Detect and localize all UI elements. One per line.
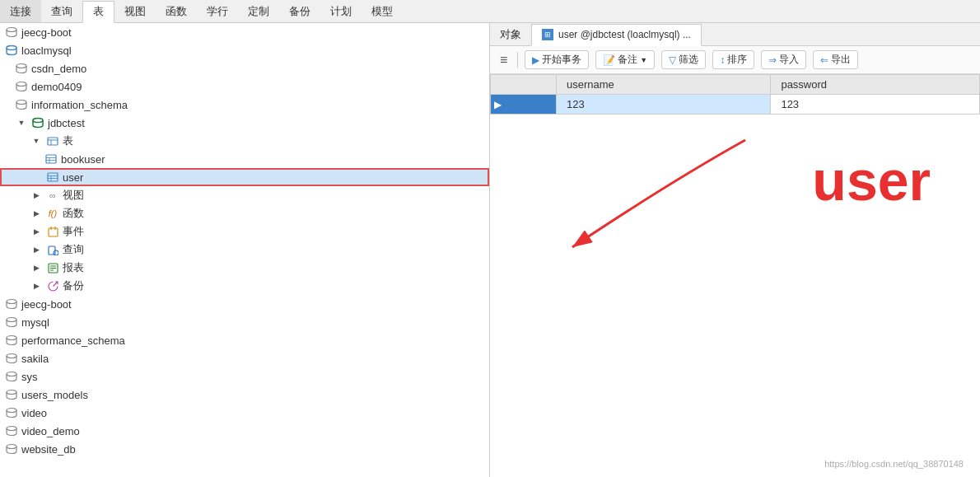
sidebar-label: 视图 bbox=[63, 188, 84, 203]
note-label: 备注 bbox=[618, 53, 637, 67]
sidebar-item-jeecg-boot-1[interactable]: jeecg-boot bbox=[0, 23, 489, 41]
begin-transaction-button[interactable]: ▶ 开始事务 bbox=[525, 50, 589, 69]
sidebar-item-sakila[interactable]: sakila bbox=[0, 349, 489, 367]
svg-point-27 bbox=[7, 300, 16, 304]
db-icon bbox=[5, 334, 18, 347]
nav-plan[interactable]: 计划 bbox=[320, 0, 362, 22]
expand-icon: ▶ bbox=[30, 261, 43, 274]
sidebar-item-tables-group[interactable]: ▼ 表 bbox=[0, 132, 489, 150]
nav-query[interactable]: 查询 bbox=[41, 0, 82, 22]
db-icon bbox=[5, 297, 18, 311]
sidebar-item-performance-schema[interactable]: performance_schema bbox=[0, 331, 489, 349]
sidebar-item-demo0409[interactable]: demo0409 bbox=[0, 77, 489, 96]
sidebar-item-information-schema[interactable]: information_schema bbox=[0, 96, 489, 114]
main-layout: jeecg-boot loaclmysql csdn_demo demo0409 bbox=[0, 23, 980, 477]
nav-schedule[interactable]: 学行 bbox=[197, 0, 238, 22]
sidebar-label: loaclmysql bbox=[21, 44, 72, 57]
db-icon bbox=[5, 424, 18, 437]
sidebar-label: 查询 bbox=[63, 242, 84, 257]
sidebar-item-events-group[interactable]: ▶ 事件 bbox=[0, 222, 489, 241]
svg-point-30 bbox=[7, 354, 16, 358]
sidebar-label: sakila bbox=[21, 353, 49, 365]
sidebar-label: 表 bbox=[63, 133, 73, 148]
filter-icon: ▽ bbox=[669, 54, 676, 66]
filter-button[interactable]: ▽ 筛选 bbox=[661, 50, 706, 69]
sidebar-label: sys bbox=[21, 371, 38, 383]
svg-point-33 bbox=[7, 409, 16, 413]
db-icon bbox=[5, 406, 18, 419]
nav-connect[interactable]: 连接 bbox=[0, 0, 41, 22]
sidebar-item-mysql[interactable]: mysql bbox=[0, 313, 489, 331]
cell-password[interactable]: 123 bbox=[771, 95, 980, 115]
menu-icon[interactable]: ≡ bbox=[497, 51, 511, 69]
import-button[interactable]: ⇒ 导入 bbox=[761, 50, 806, 69]
nav-function[interactable]: 函数 bbox=[156, 0, 197, 22]
sidebar-label: 函数 bbox=[63, 206, 84, 221]
table-row[interactable]: ▶ 123 123 bbox=[491, 95, 980, 115]
sidebar-label: video bbox=[21, 407, 47, 419]
sidebar-label: mysql bbox=[21, 316, 49, 329]
svg-point-5 bbox=[33, 119, 43, 123]
sidebar-item-jeecg-boot-2[interactable]: jeecg-boot bbox=[0, 295, 489, 313]
table-icon bbox=[44, 152, 58, 166]
nav-backup[interactable]: 备份 bbox=[279, 0, 320, 22]
svg-point-3 bbox=[16, 82, 26, 87]
sidebar-item-video[interactable]: video bbox=[0, 404, 489, 422]
nav-table[interactable]: 表 bbox=[82, 1, 114, 23]
db-icon bbox=[15, 62, 28, 75]
sidebar-item-csdn-demo[interactable]: csdn_demo bbox=[0, 59, 489, 77]
note-button[interactable]: 📝 备注 ▼ bbox=[595, 50, 655, 69]
expand-icon: ▶ bbox=[30, 243, 43, 256]
sidebar-label: 事件 bbox=[63, 224, 84, 239]
table-tab-icon: ⊞ bbox=[542, 29, 553, 40]
export-icon: ⇐ bbox=[820, 54, 828, 66]
svg-point-0 bbox=[7, 28, 16, 32]
sidebar-label: performance_schema bbox=[21, 334, 125, 347]
cell-username[interactable]: 123 bbox=[557, 95, 771, 115]
tab-label: user @jdbctest (loaclmysql) ... bbox=[558, 29, 691, 40]
sidebar-item-jdbctest[interactable]: ▼ jdbctest bbox=[0, 114, 489, 132]
tab-table-view[interactable]: ⊞ user @jdbctest (loaclmysql) ... bbox=[531, 24, 702, 46]
sidebar-item-users-models[interactable]: users_models bbox=[0, 386, 489, 404]
sidebar: jeecg-boot loaclmysql csdn_demo demo0409 bbox=[0, 23, 490, 477]
sidebar-item-queries-group[interactable]: ▶ 查询 bbox=[0, 241, 489, 259]
content-area: username password ▶ 123 123 user bbox=[490, 74, 980, 477]
sidebar-item-user[interactable]: user bbox=[0, 168, 489, 186]
sidebar-label: video_demo bbox=[21, 425, 80, 437]
right-panel: 对象 ⊞ user @jdbctest (loaclmysql) ... ≡ ▶… bbox=[490, 23, 980, 477]
watermark: https://blog.csdn.net/qq_38870148 bbox=[824, 459, 964, 469]
sidebar-item-website-db[interactable]: website_db bbox=[0, 440, 489, 458]
svg-point-31 bbox=[7, 372, 16, 376]
sidebar-item-reports-group[interactable]: ▶ 报表 bbox=[0, 259, 489, 277]
sidebar-item-funcs-group[interactable]: ▶ f() 函数 bbox=[0, 204, 489, 222]
sidebar-item-loaclmysql[interactable]: loaclmysql bbox=[0, 41, 489, 59]
nav-custom[interactable]: 定制 bbox=[238, 0, 279, 22]
begin-transaction-label: 开始事务 bbox=[542, 53, 581, 67]
col-password: password bbox=[771, 75, 980, 95]
sort-button[interactable]: ↕ 排序 bbox=[712, 50, 754, 69]
svg-point-1 bbox=[7, 46, 16, 50]
svg-rect-6 bbox=[48, 138, 58, 145]
toolbar: ≡ ▶ 开始事务 📝 备注 ▼ ▽ 筛选 ↕ 排序 ⇒ 导入 bbox=[490, 46, 980, 74]
sidebar-label: bookuser bbox=[61, 153, 105, 166]
sidebar-item-sys[interactable]: sys bbox=[0, 367, 489, 386]
sidebar-item-video-demo[interactable]: video_demo bbox=[0, 422, 489, 440]
note-dropdown-icon: ▼ bbox=[640, 56, 647, 64]
db-icon bbox=[5, 316, 18, 329]
expand-icon: ▶ bbox=[30, 225, 43, 238]
sidebar-label: information_schema bbox=[31, 99, 128, 111]
nav-view[interactable]: 视图 bbox=[114, 0, 156, 22]
sidebar-label: jdbctest bbox=[48, 117, 85, 129]
nav-model[interactable]: 模型 bbox=[362, 0, 403, 22]
sidebar-item-bookuser[interactable]: bookuser bbox=[0, 150, 489, 168]
col-username: username bbox=[557, 75, 771, 95]
sidebar-item-backups-group[interactable]: ▶ 备份 bbox=[0, 277, 489, 295]
tab-object[interactable]: 对象 bbox=[490, 23, 531, 45]
top-nav: 连接 查询 表 视图 函数 学行 定制 备份 计划 模型 bbox=[0, 0, 980, 23]
sidebar-item-views-group[interactable]: ▶ ∞ 视图 bbox=[0, 186, 489, 204]
svg-rect-9 bbox=[46, 155, 56, 163]
sidebar-label: 报表 bbox=[63, 260, 84, 275]
export-button[interactable]: ⇐ 导出 bbox=[813, 50, 858, 69]
svg-point-2 bbox=[16, 64, 26, 68]
expand-icon: ▶ bbox=[30, 207, 43, 220]
